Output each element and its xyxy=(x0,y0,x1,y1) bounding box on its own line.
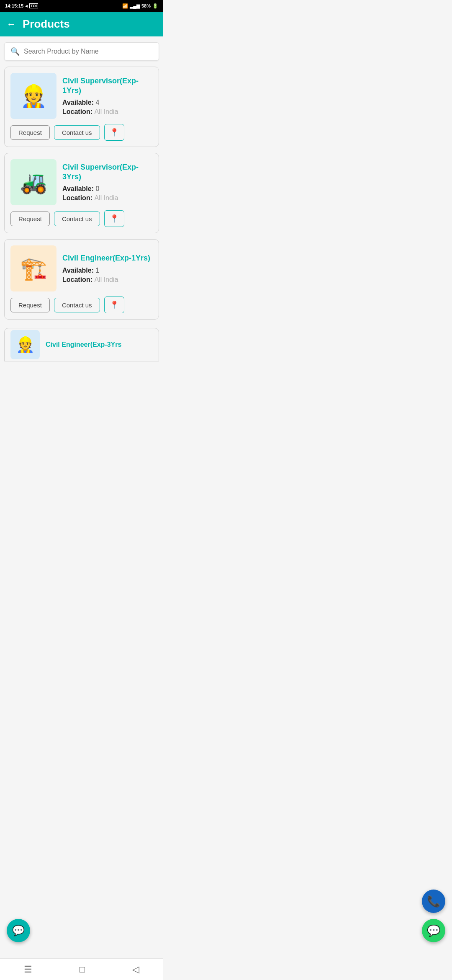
product-available: Available: 4 xyxy=(62,99,153,106)
wifi-icon: 📶 xyxy=(122,3,128,9)
signal-icon: ▂▄▆ xyxy=(130,3,140,9)
request-button[interactable]: Request xyxy=(10,211,50,226)
request-button[interactable]: Request xyxy=(10,125,50,140)
location-button[interactable]: 📍 xyxy=(104,210,124,227)
map-pin-icon: 📍 xyxy=(110,214,119,223)
map-pin-icon: 📍 xyxy=(110,128,119,137)
time: 14:15:15 xyxy=(5,3,23,8)
product-title: Civil Engineer(Exp-1Yrs) xyxy=(62,253,153,263)
card-actions: Request Contact us 📍 xyxy=(10,297,153,313)
card-top: 🏗️ Civil Engineer(Exp-1Yrs) Available: 1… xyxy=(10,245,153,291)
battery-level: 58% xyxy=(141,3,151,8)
product-title: Civil Supervisor(Exp-1Yrs) xyxy=(62,76,153,96)
product-location: Location: All India xyxy=(62,276,153,284)
product-location: Location: All India xyxy=(62,108,153,116)
card-top: 🚜 Civil Supervisor(Exp-3Yrs) Available: … xyxy=(10,159,153,205)
partial-card-image: 👷 xyxy=(10,330,40,359)
search-bar: 🔍 xyxy=(4,42,159,61)
status-bar: 14:15:15 ◂ TOI 📶 ▂▄▆ 58% 🔋 xyxy=(0,0,163,12)
product-card: 🚜 Civil Supervisor(Exp-3Yrs) Available: … xyxy=(4,153,159,233)
search-input[interactable] xyxy=(24,48,153,55)
status-left: 14:15:15 ◂ TOI xyxy=(5,3,38,9)
card-actions: Request Contact us 📍 xyxy=(10,124,153,141)
location-icon: ◂ xyxy=(25,3,28,9)
product-location: Location: All India xyxy=(62,194,153,202)
product-image-2: 🚜 xyxy=(10,159,56,205)
back-button[interactable]: ← xyxy=(7,19,16,30)
card-top: 👷 Civil Supervisor(Exp-1Yrs) Available: … xyxy=(10,73,153,119)
partial-card: 👷 Civil Engineer(Exp-3Yrs xyxy=(4,328,159,361)
toi-icon: TOI xyxy=(29,3,38,8)
product-available: Available: 0 xyxy=(62,185,153,193)
products-list: 👷 Civil Supervisor(Exp-1Yrs) Available: … xyxy=(0,64,163,328)
search-icon: 🔍 xyxy=(10,47,20,56)
product-image-1: 👷 xyxy=(10,73,56,119)
card-info: Civil Supervisor(Exp-1Yrs) Available: 4 … xyxy=(62,76,153,116)
location-button[interactable]: 📍 xyxy=(104,297,124,313)
product-image-3: 🏗️ xyxy=(10,245,56,291)
product-card: 👷 Civil Supervisor(Exp-1Yrs) Available: … xyxy=(4,67,159,147)
card-info: Civil Supervisor(Exp-3Yrs) Available: 0 … xyxy=(62,162,153,202)
product-available: Available: 1 xyxy=(62,267,153,274)
battery-icon: 🔋 xyxy=(152,3,158,9)
location-button[interactable]: 📍 xyxy=(104,124,124,141)
card-info: Civil Engineer(Exp-1Yrs) Available: 1 Lo… xyxy=(62,253,153,283)
map-pin-icon: 📍 xyxy=(110,300,119,309)
product-title: Civil Supervisor(Exp-3Yrs) xyxy=(62,162,153,182)
product-card: 🏗️ Civil Engineer(Exp-1Yrs) Available: 1… xyxy=(4,239,159,320)
contact-button[interactable]: Contact us xyxy=(54,298,100,312)
contact-button[interactable]: Contact us xyxy=(54,125,100,140)
card-actions: Request Contact us 📍 xyxy=(10,210,153,227)
request-button[interactable]: Request xyxy=(10,298,50,312)
contact-button[interactable]: Contact us xyxy=(54,211,100,226)
header: ← Products xyxy=(0,12,163,36)
partial-card-title: Civil Engineer(Exp-3Yrs xyxy=(46,341,121,348)
page-title: Products xyxy=(23,18,70,31)
status-right: 📶 ▂▄▆ 58% 🔋 xyxy=(122,3,158,9)
